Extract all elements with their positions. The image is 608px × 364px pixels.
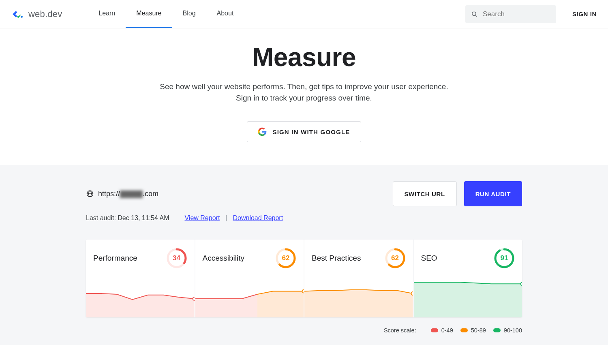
nav-blog[interactable]: Blog — [172, 0, 206, 28]
header: web.dev LearnMeasureBlogAbout SIGN IN — [0, 0, 608, 28]
logo-text: web.dev — [28, 9, 62, 19]
svg-marker-17 — [304, 290, 413, 317]
svg-point-1 — [472, 12, 476, 15]
nav-about[interactable]: About — [206, 0, 244, 28]
card-title: SEO — [421, 254, 437, 263]
legend-item-mid: 50-89 — [460, 327, 486, 334]
search-box[interactable] — [465, 5, 556, 23]
page-title: Measure — [0, 42, 608, 72]
search-icon — [471, 10, 478, 18]
card-title: Performance — [93, 254, 137, 263]
score-card-performance[interactable]: Performance 34 — [86, 240, 195, 317]
score-card-best-practices[interactable]: Best Practices 62 — [304, 240, 413, 317]
webdev-logo-icon — [11, 8, 24, 21]
svg-line-2 — [475, 15, 477, 16]
score-card-accessibility[interactable]: Accessibility 62 — [195, 240, 304, 317]
card-title: Accessibility — [203, 254, 244, 263]
audited-url: https://▇▇▇▇.com — [98, 189, 158, 198]
download-report-link[interactable]: Download Report — [233, 214, 283, 222]
search-input[interactable] — [483, 10, 550, 18]
score-gauge: 62 — [385, 248, 406, 269]
trend-sparkline — [304, 277, 413, 317]
score-card-seo[interactable]: SEO 91 — [414, 240, 522, 317]
trend-sparkline — [414, 277, 522, 317]
nav: LearnMeasureBlogAbout — [88, 0, 244, 28]
svg-point-9 — [193, 297, 195, 300]
view-report-link[interactable]: View Report — [184, 214, 220, 222]
trend-sparkline — [195, 277, 304, 317]
meta-row: Last audit: Dec 13, 11:54 AM View Report… — [86, 214, 522, 222]
legend-item-pass: 90-100 — [493, 327, 522, 334]
score-gauge: 34 — [166, 248, 187, 269]
hero-subtitle: See how well your website performs. Then… — [0, 81, 608, 103]
svg-marker-12 — [195, 294, 257, 317]
svg-point-0 — [21, 16, 23, 18]
google-signin-button[interactable]: SIGN IN WITH GOOGLE — [247, 121, 361, 142]
hero: Measure See how well your website perfor… — [0, 28, 608, 165]
globe-icon — [86, 190, 94, 198]
nav-measure[interactable]: Measure — [126, 0, 172, 28]
nav-learn[interactable]: Learn — [88, 0, 126, 28]
switch-url-button[interactable]: SWITCH URL — [393, 181, 457, 206]
logo[interactable]: web.dev — [11, 8, 62, 21]
audit-section: https://▇▇▇▇.com SWITCH URL RUN AUDIT La… — [0, 165, 608, 345]
google-icon — [258, 127, 267, 136]
svg-point-18 — [411, 292, 413, 295]
svg-point-22 — [520, 282, 522, 285]
last-audit-text: Last audit: Dec 13, 11:54 AM — [86, 214, 169, 222]
svg-marker-13 — [257, 291, 304, 317]
score-gauge: 62 — [275, 248, 296, 269]
url-row: https://▇▇▇▇.com SWITCH URL RUN AUDIT — [86, 181, 522, 206]
trend-sparkline — [86, 277, 195, 317]
card-title: Best Practices — [312, 254, 361, 263]
signin-link[interactable]: SIGN IN — [572, 11, 597, 17]
score-cards: Performance 34Accessibility 62Best Pract… — [86, 240, 522, 317]
legend-item-fail: 0-49 — [431, 327, 453, 334]
score-legend: Score scale: 0-4950-8990-100 — [86, 327, 522, 334]
run-audit-button[interactable]: RUN AUDIT — [464, 181, 522, 206]
svg-marker-21 — [414, 283, 522, 317]
svg-point-14 — [302, 290, 304, 293]
score-gauge: 91 — [494, 248, 515, 269]
